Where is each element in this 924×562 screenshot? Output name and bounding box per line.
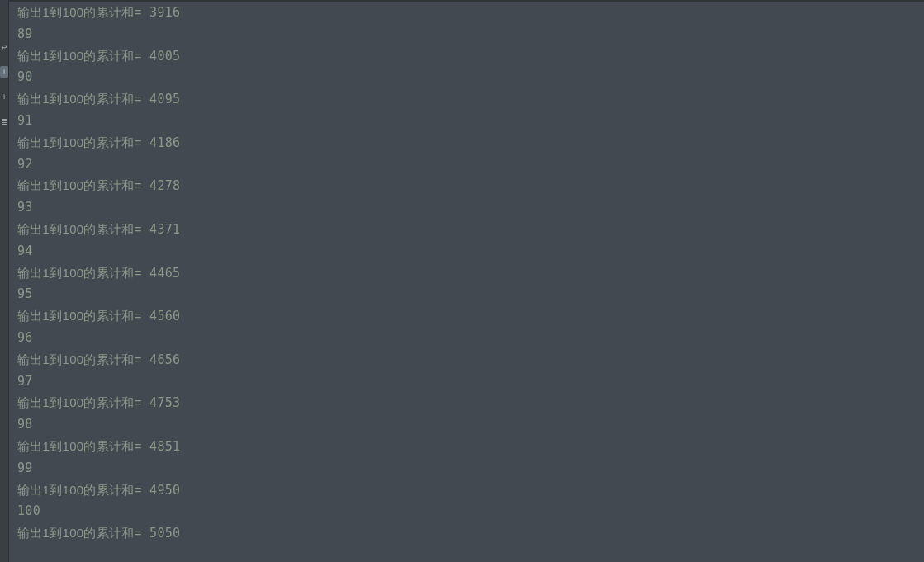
ide-workspace: ↩⬇+≣ 输出1到100的累计和= 391689输出1到100的累计和= 400… [0,0,924,562]
sum-label: 输出1到100的累计和= [17,222,142,236]
console-line: 输出1到100的累计和= 4005 [17,45,924,68]
sum-value: 4465 [142,266,181,281]
console-line: 输出1到100的累计和= 3916 [17,2,924,24]
sum-label: 输出1到100的累计和= [17,135,142,149]
counter-value: 96 [17,330,33,345]
console-line: 91 [17,111,924,132]
console-line: 输出1到100的累计和= 4095 [17,88,924,111]
sum-label: 输出1到100的累计和= [17,309,142,323]
console-output-panel[interactable]: 输出1到100的累计和= 391689输出1到100的累计和= 400590输出… [8,0,924,562]
sum-label: 输出1到100的累计和= [17,439,142,453]
console-line: 94 [17,241,924,262]
console-line: 93 [17,197,924,219]
sum-label: 输出1到100的累计和= [17,5,142,19]
sum-value: 4851 [142,439,181,454]
counter-value: 92 [17,157,33,172]
sum-label: 输出1到100的累计和= [17,266,142,280]
sum-value: 3916 [142,5,181,20]
sum-label: 输出1到100的累计和= [17,49,142,63]
console-line: 95 [17,284,924,305]
console-line: 100 [17,501,924,522]
sum-label: 输出1到100的累计和= [17,178,142,192]
console-line: 97 [17,371,924,393]
sum-value: 4753 [142,395,181,410]
sum-value: 4950 [142,483,181,498]
console-line: 输出1到100的累计和= 4186 [17,132,924,154]
return-icon[interactable]: ↩ [0,41,8,53]
sum-value: 4278 [142,178,181,193]
counter-value: 97 [17,374,33,389]
sum-value: 4186 [142,135,181,150]
counter-value: 90 [17,69,33,84]
sum-value: 4560 [142,309,181,324]
plus-icon[interactable]: + [0,91,8,102]
sum-label: 输出1到100的累计和= [17,483,142,497]
sum-label: 输出1到100的累计和= [17,395,142,409]
counter-value: 94 [17,243,33,258]
counter-value: 91 [17,113,33,128]
console-line: 输出1到100的累计和= 4560 [17,305,924,328]
console-line: 输出1到100的累计和= 5050 [17,522,924,545]
sum-value: 4656 [142,352,181,367]
console-line: 输出1到100的累计和= 4753 [17,392,924,414]
console-line: 99 [17,458,924,479]
sum-value: 5050 [142,526,181,541]
sum-value: 4371 [142,222,181,237]
console-line: 96 [17,328,924,349]
sum-label: 输出1到100的累计和= [17,352,142,366]
console-line: 90 [17,67,924,88]
console-gutter: ↩⬇+≣ [0,0,8,562]
counter-value: 100 [17,503,40,518]
console-line: 98 [17,414,924,436]
sum-label: 输出1到100的累计和= [17,526,142,540]
counter-value: 98 [17,417,33,432]
console-line: 输出1到100的累计和= 4851 [17,436,924,458]
sum-value: 4095 [142,92,181,106]
console-line: 89 [17,24,924,45]
download-icon[interactable]: ⬇ [0,66,8,78]
console-line: 输出1到100的累计和= 4656 [17,349,924,371]
list-icon[interactable]: ≣ [0,116,8,127]
counter-value: 93 [17,200,33,215]
console-line: 92 [17,154,924,176]
console-line: 输出1到100的累计和= 4950 [17,479,924,502]
window-top-border [8,0,924,2]
sum-label: 输出1到100的累计和= [17,92,142,106]
console-line: 输出1到100的累计和= 4278 [17,175,924,197]
counter-value: 95 [17,286,33,301]
console-line: 输出1到100的累计和= 4371 [17,219,924,241]
console-line: 输出1到100的累计和= 4465 [17,262,924,285]
counter-value: 99 [17,460,33,475]
counter-value: 89 [17,26,33,41]
sum-value: 4005 [142,49,181,64]
